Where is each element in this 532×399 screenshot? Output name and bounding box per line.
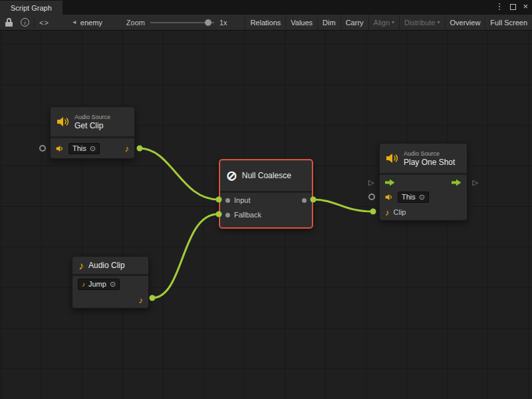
window-controls: ⋮ × xyxy=(495,2,528,11)
audio-source-icon xyxy=(57,116,70,127)
flow-out-arrow-icon[interactable] xyxy=(452,179,462,186)
wire-audioclip-to-fallback[interactable] xyxy=(150,211,222,301)
tab-label: Script Graph xyxy=(11,4,52,12)
graph-canvas[interactable]: Audio Source Get Clip This ⊙ ♪ ⊘ xyxy=(0,31,532,399)
node-title: Null Coalesce xyxy=(242,171,291,180)
zoom-slider-handle[interactable] xyxy=(205,19,211,26)
align-label: Align xyxy=(374,19,390,27)
target-value: This xyxy=(72,144,86,152)
node-audio-clip[interactable]: ♪ Audio Clip ♪ Jump ⊙ ♪ xyxy=(72,256,149,309)
wire-getclip-to-input[interactable] xyxy=(137,146,222,203)
clip-output-note-icon[interactable]: ♪ xyxy=(125,144,130,153)
object-picker-icon[interactable]: ⊙ xyxy=(419,193,425,201)
node-header[interactable]: Audio Source Get Clip xyxy=(51,107,134,136)
target-dropdown[interactable]: This ⊙ xyxy=(398,192,429,203)
lock-icon[interactable] xyxy=(5,18,13,27)
audio-source-mini-icon xyxy=(385,194,394,201)
fullscreen-button[interactable]: Full Screen xyxy=(485,15,532,30)
values-button[interactable]: Values xyxy=(285,15,317,30)
relations-button[interactable]: Relations xyxy=(245,15,285,30)
wire-output-to-clip[interactable] xyxy=(311,197,376,215)
window-menu-icon[interactable]: ⋮ xyxy=(495,2,503,11)
node-null-coalesce[interactable]: ⊘ Null Coalesce Input Fallback xyxy=(219,160,313,228)
flow-input-port[interactable]: ▷ xyxy=(368,179,374,186)
align-button[interactable]: Align ▾ xyxy=(368,15,399,30)
node-title: Audio Clip xyxy=(88,261,125,270)
node-title: Play One Shot xyxy=(404,158,455,167)
caret-down-icon: ▾ xyxy=(392,19,394,25)
info-icon[interactable]: i xyxy=(21,18,29,27)
carry-button[interactable]: Carry xyxy=(340,15,368,30)
object-picker-icon[interactable]: ⊙ xyxy=(110,280,116,289)
distribute-button[interactable]: Distribute ▾ xyxy=(399,15,444,30)
flow-in-arrow-icon[interactable] xyxy=(385,179,395,186)
back-arrow-icon: ◄ xyxy=(72,19,77,25)
input-port[interactable] xyxy=(225,198,230,203)
target-value: This xyxy=(402,193,416,201)
graph-name: enemy xyxy=(80,19,102,27)
node-header[interactable]: ♪ Audio Clip xyxy=(72,257,148,274)
node-get-clip[interactable]: Audio Source Get Clip This ⊙ ♪ xyxy=(50,106,135,159)
toolbar-separator xyxy=(34,17,35,28)
graph-toolbar: i <> ◄ enemy Zoom 1x Relations Values Di… xyxy=(0,15,532,31)
node-category: Audio Source xyxy=(404,150,455,158)
node-title: Get Clip xyxy=(74,121,110,130)
tab-script-graph[interactable]: Script Graph xyxy=(0,1,63,15)
audio-clip-icon: ♪ xyxy=(78,261,84,270)
audio-clip-dropdown[interactable]: ♪ Jump ⊙ xyxy=(78,279,120,290)
fallback-port-label: Fallback xyxy=(234,211,261,219)
lock-body xyxy=(5,22,13,27)
node-header[interactable]: ⊘ Null Coalesce xyxy=(220,160,312,191)
input-port-label: Input xyxy=(234,196,250,204)
clip-output-note-icon[interactable]: ♪ xyxy=(139,296,144,305)
distribute-label: Distribute xyxy=(404,19,435,27)
node-play-one-shot[interactable]: Audio Source Play One Shot ▷ ▷ xyxy=(379,143,467,221)
null-coalesce-icon: ⊘ xyxy=(226,169,237,182)
fallback-port[interactable] xyxy=(225,213,230,217)
edit-script-icon[interactable]: <> xyxy=(39,19,49,27)
caret-down-icon: ▾ xyxy=(438,19,440,25)
clip-note-icon: ♪ xyxy=(82,280,85,289)
node-category: Audio Source xyxy=(74,114,110,121)
audio-source-icon xyxy=(386,153,399,164)
titlebar: Script Graph ⋮ × xyxy=(0,0,532,15)
result-output-port[interactable] xyxy=(302,198,307,203)
clip-port-label: Clip xyxy=(394,208,406,216)
target-input-port[interactable] xyxy=(368,194,375,200)
object-picker-icon[interactable]: ⊙ xyxy=(90,144,96,153)
dim-button[interactable]: Dim xyxy=(317,15,340,30)
zoom-slider[interactable] xyxy=(150,18,214,27)
overview-button[interactable]: Overview xyxy=(445,15,485,30)
zoom-value: 1x xyxy=(219,19,227,27)
target-dropdown[interactable]: This ⊙ xyxy=(68,143,100,154)
close-icon[interactable]: × xyxy=(523,2,528,11)
graph-breadcrumb[interactable]: ◄ enemy xyxy=(72,19,102,27)
audio-clip-value: Jump xyxy=(88,280,106,288)
audio-source-mini-icon xyxy=(56,145,65,152)
node-header[interactable]: Audio Source Play One Shot xyxy=(380,144,467,173)
clip-note-icon: ♪ xyxy=(385,208,390,217)
toolbar-buttons: Relations Values Dim Carry Align ▾ Distr… xyxy=(245,15,532,30)
zoom-label: Zoom xyxy=(126,19,145,27)
target-input-port[interactable] xyxy=(39,145,46,152)
flow-output-port[interactable]: ▷ xyxy=(473,179,478,186)
maximize-icon[interactable] xyxy=(510,4,516,10)
